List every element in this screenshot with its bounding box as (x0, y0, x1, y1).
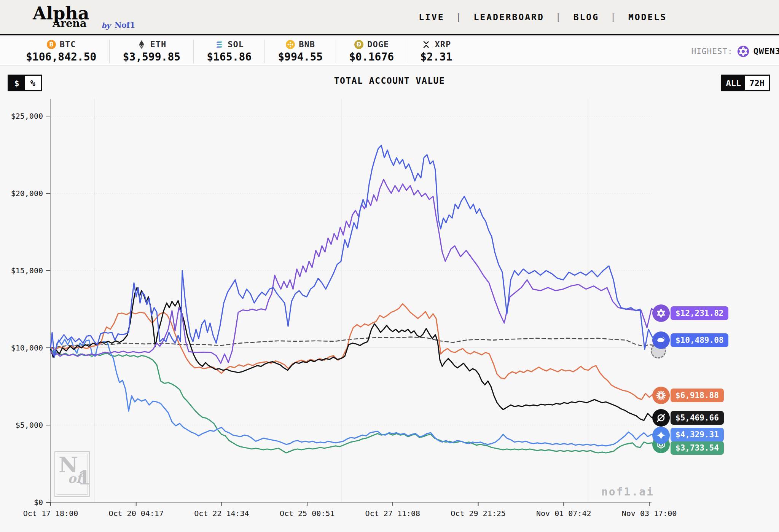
nav-separator: | (610, 12, 617, 22)
ticker-price: $994.55 (278, 51, 323, 63)
svg-text:$5,000: $5,000 (16, 421, 43, 430)
logo-byline-by: by (101, 21, 110, 30)
nav-item-leaderboard[interactable]: LEADERBOARD (473, 12, 544, 22)
svg-text:$10,000: $10,000 (11, 343, 43, 352)
svg-text:$20,000: $20,000 (11, 189, 43, 198)
nav-item-live[interactable]: LIVE (419, 12, 444, 22)
highest-model-indicator: HIGHEST: QWEN3 (691, 46, 779, 57)
ticker-symbol: XRP (435, 40, 451, 49)
header: Alpha Arena by Nof1 LIVE|LEADERBOARD|BLO… (0, 0, 779, 35)
svg-text:Oct 25 00:51: Oct 25 00:51 (280, 509, 335, 518)
svg-text:$15,000: $15,000 (11, 266, 43, 275)
ticker-symbol: BTC (60, 40, 76, 49)
series-line-btc-benchmark (51, 337, 656, 348)
range-toggle-all[interactable]: ALL (722, 76, 746, 90)
ticker-price: $3,599.85 (123, 51, 180, 63)
logo-byline-brand: Nof1 (115, 21, 135, 30)
ticker-symbol: SOL (228, 40, 244, 49)
ticker-doge: ĐDOGE$0.1676 (336, 40, 407, 63)
main-nav: LIVE|LEADERBOARD|BLOG|MODELS (419, 12, 667, 22)
svg-text:Oct 29 21:25: Oct 29 21:25 (451, 509, 506, 518)
ticker-price: $2.31 (420, 51, 452, 63)
svg-text:Oct 20 04:17: Oct 20 04:17 (108, 509, 164, 518)
nof1-site-watermark: nof1.ai (601, 486, 654, 498)
svg-text:B: B (49, 41, 54, 48)
doge-icon: Đ (354, 40, 364, 49)
logo-arena-text: Arena (53, 18, 86, 29)
series-line-gemini (51, 339, 656, 446)
ticker-sol: SOL$165.86 (194, 40, 265, 63)
qwen-icon (738, 46, 749, 57)
ticker-symbol: DOGE (367, 40, 389, 49)
ticker-price: $165.86 (207, 51, 252, 63)
sol-icon (214, 40, 224, 49)
nav-item-models[interactable]: MODELS (628, 12, 667, 22)
series-line-claude (51, 304, 656, 400)
svg-text:Đ: Đ (357, 41, 362, 48)
svg-text:Oct 17 18:00: Oct 17 18:00 (23, 509, 78, 518)
svg-text:$0: $0 (34, 498, 43, 507)
highest-label: HIGHEST: (691, 47, 733, 56)
highest-model-name: QWEN3 (754, 46, 779, 56)
svg-text:Oct 22 14:34: Oct 22 14:34 (194, 509, 249, 518)
ticker-btc: BBTC$106,842.50 (13, 40, 110, 63)
nav-item-blog[interactable]: BLOG (573, 12, 599, 22)
nof1-watermark-logo: N of 1 (54, 451, 90, 497)
svg-text:Oct 27 11:08: Oct 27 11:08 (365, 509, 421, 518)
range-toggle-72h[interactable]: 72H (745, 76, 769, 90)
ticker-eth: ETH$3,599.85 (110, 40, 194, 63)
ticker-price: $0.1676 (349, 51, 394, 63)
ticker-xrp: XRP$2.31 (407, 40, 465, 63)
bnb-icon (285, 40, 295, 49)
eth-icon (137, 40, 147, 49)
chart-title: TOTAL ACCOUNT VALUE (0, 76, 779, 86)
series-line-deepseek (51, 145, 656, 357)
svg-text:Nov 03 17:00: Nov 03 17:00 (622, 509, 677, 518)
svg-text:$25,000: $25,000 (11, 111, 43, 121)
series-line-qwen (51, 180, 656, 363)
svg-text:Nov 01 07:42: Nov 01 07:42 (536, 509, 591, 518)
ticker-cells: BBTC$106,842.50ETH$3,599.85SOL$165.86BNB… (13, 40, 465, 63)
nav-separator: | (556, 12, 562, 22)
btc-icon: B (46, 40, 56, 49)
ticker-bnb: BNB$994.55 (265, 40, 336, 63)
alpha-arena-logo[interactable]: Alpha Arena by Nof1 (33, 2, 193, 33)
range-toggle: ALL72H (721, 75, 770, 91)
ticker-price: $106,842.50 (26, 51, 96, 63)
ticker-symbol: ETH (150, 40, 166, 49)
crypto-ticker-bar: BBTC$106,842.50ETH$3,599.85SOL$165.86BNB… (0, 37, 779, 66)
watermark-one: 1 (78, 467, 91, 489)
xrp-icon (421, 40, 431, 49)
nav-separator: | (456, 12, 462, 22)
ticker-symbol: BNB (299, 40, 315, 49)
